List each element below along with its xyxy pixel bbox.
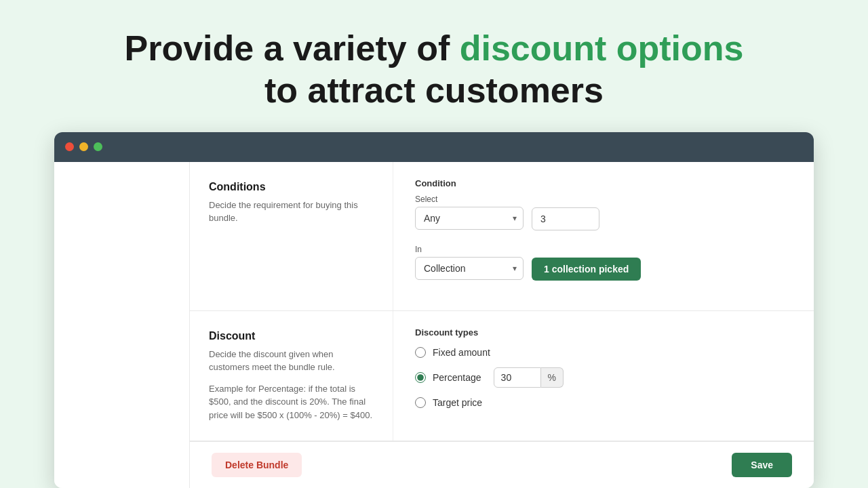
in-label: In [415,245,524,254]
condition-number-input[interactable] [532,207,599,230]
percentage-input-wrapper: % [494,367,564,388]
dot-red[interactable] [65,142,74,151]
fixed-amount-row: Fixed amount [415,347,792,358]
select-sublabel: Select [415,195,524,204]
collection-picked-button[interactable]: 1 collection picked [532,258,641,281]
discount-section: Discount Decide the discount given when … [190,311,814,442]
percentage-radio[interactable] [415,372,426,383]
hero-title: Provide a variety of discount options to… [61,0,807,132]
fixed-amount-radio[interactable] [415,347,426,358]
conditions-title: Conditions [209,181,374,193]
hero-title-start: Provide a variety of [124,28,459,68]
main-content: Conditions Decide the requirement for bu… [190,162,814,488]
delete-bundle-button[interactable]: Delete Bundle [212,453,302,477]
discount-radio-group: Fixed amount Percentage % [415,347,792,408]
discount-title: Discount [209,330,374,342]
in-row: In Collection Product Tag ▾ [415,244,792,281]
percentage-label: Percentage [433,372,481,383]
discount-desc2: Example for Percentage: if the total is … [209,382,374,422]
percent-symbol: % [541,367,564,388]
conditions-right: Condition Select Any All ▾ [393,162,814,310]
footer-bar: Delete Bundle Save [190,441,814,488]
percentage-value-input[interactable] [494,367,541,388]
discount-left: Discount Decide the discount given when … [190,311,393,441]
browser-window: Conditions Decide the requirement for bu… [54,132,814,488]
in-select-wrapper: Collection Product Tag ▾ [415,257,524,280]
sidebar [54,162,190,488]
percentage-row: Percentage % [415,367,792,388]
discount-types-label: Discount types [415,327,792,338]
conditions-description: Decide the requirement for buying this b… [209,199,374,225]
condition-label: Condition [415,178,792,188]
dot-green[interactable] [94,142,102,151]
target-price-row: Target price [415,397,792,408]
save-button[interactable]: Save [732,453,792,477]
hero-title-accent: discount options [460,28,744,68]
conditions-left: Conditions Decide the requirement for bu… [190,162,393,310]
hero-title-end: to attract customers [264,70,604,110]
condition-select[interactable]: Any All [415,207,524,230]
browser-bar [54,132,814,162]
select-wrapper: Any All ▾ [415,207,524,230]
condition-select-row: Select Any All ▾ [415,194,792,230]
conditions-section: Conditions Decide the requirement for bu… [190,162,814,311]
discount-right: Discount types Fixed amount Percentage [393,311,814,441]
dot-yellow[interactable] [79,142,88,151]
target-price-radio[interactable] [415,397,426,408]
in-select[interactable]: Collection Product Tag [415,257,524,280]
fixed-amount-label: Fixed amount [433,347,490,358]
discount-desc1: Decide the discount given when customers… [209,348,374,374]
browser-content: Conditions Decide the requirement for bu… [54,162,814,488]
target-price-label: Target price [433,397,482,408]
